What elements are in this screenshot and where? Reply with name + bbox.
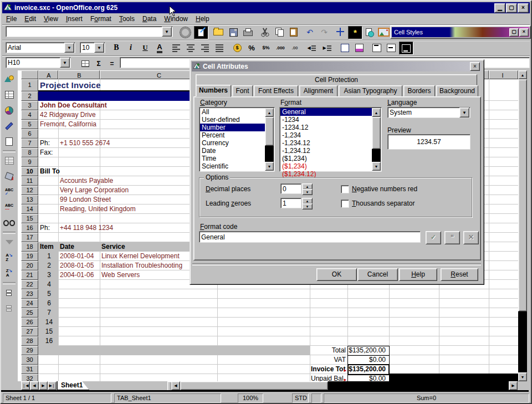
sort-ascending-icon[interactable]: A↘Z xyxy=(2,252,16,264)
cell-F31[interactable]: $135,200.00 xyxy=(349,365,386,374)
gallery-icon[interactable] xyxy=(377,26,390,38)
maximize-button[interactable]: ▢ xyxy=(506,3,517,13)
menu-edit[interactable]: Edit xyxy=(21,14,40,24)
cell-B12[interactable]: Very Large Corporation xyxy=(60,186,129,195)
category-scroll-up-icon[interactable]: ▲ xyxy=(265,108,274,117)
vertical-scroll-thumb[interactable] xyxy=(518,79,527,311)
menu-insert[interactable]: Insert xyxy=(62,14,86,24)
format-option-8[interactable]: ($1,234.12) xyxy=(280,170,372,178)
previous-sheet-icon[interactable]: ◀ xyxy=(30,381,39,390)
row-header-1[interactable]: 1 xyxy=(21,79,38,91)
vertical-scrollbar[interactable]: ▲ ▼ xyxy=(518,70,528,381)
cell-A24[interactable]: 6 xyxy=(40,299,58,308)
format-option-4[interactable]: -1,234.12 xyxy=(280,139,372,147)
format-option-1[interactable]: -1234 xyxy=(280,116,372,124)
menu-tools[interactable]: Tools xyxy=(115,14,139,24)
row-header-11[interactable]: 11 xyxy=(21,176,38,186)
cell-B21[interactable]: 2004-01-06 xyxy=(60,270,94,280)
category-option-user-defined[interactable]: User-defined xyxy=(200,116,265,124)
row-header-12[interactable]: 12 xyxy=(21,186,38,195)
decimal-down-icon[interactable]: ▼ xyxy=(302,189,313,195)
language-dropdown-button[interactable]: ▼ xyxy=(459,108,469,117)
format-option-5[interactable]: -1,234.12 xyxy=(280,147,372,155)
row-header-3[interactable]: 3 xyxy=(21,101,38,110)
row-header-16[interactable]: 16 xyxy=(21,223,38,233)
decimal-places-value[interactable]: 0 xyxy=(280,183,301,194)
category-scroll-down-icon[interactable]: ▼ xyxy=(265,162,274,171)
row-header-19[interactable]: 19 xyxy=(21,252,38,261)
row-header-5[interactable]: 5 xyxy=(21,120,38,129)
row-header-10[interactable]: 10 xyxy=(21,167,38,176)
row-header-4[interactable]: 4 xyxy=(21,110,38,120)
format-code-input[interactable]: General xyxy=(199,231,421,243)
sum-icon[interactable]: Σ xyxy=(92,58,105,70)
cell-A21[interactable]: 3 xyxy=(40,270,58,280)
row-header-27[interactable]: 27 xyxy=(21,327,38,336)
undo-icon[interactable]: ↶ xyxy=(303,26,316,38)
valign-bottom-icon[interactable] xyxy=(399,42,413,55)
cell-styles-maximize-button[interactable]: ▢ xyxy=(509,28,519,37)
scroll-up-icon[interactable]: ▲ xyxy=(518,70,527,79)
cell-B19[interactable]: 2008-01-04 xyxy=(60,252,94,261)
tab-numbers[interactable]: Numbers xyxy=(196,85,231,97)
navigator-icon[interactable] xyxy=(334,26,347,38)
row-header-21[interactable]: 21 xyxy=(21,270,38,280)
first-sheet-icon[interactable]: ❘◀ xyxy=(21,381,30,390)
row-header-8[interactable]: 8 xyxy=(21,148,38,157)
zoom-panel[interactable]: 100% xyxy=(238,393,263,403)
select-all-corner[interactable] xyxy=(21,70,38,79)
sheet-tab[interactable]: Sheet1 xyxy=(57,381,89,390)
tab-borders[interactable]: Borders xyxy=(403,85,435,96)
sort-descending-icon[interactable]: Z↘A xyxy=(2,267,16,279)
help-button[interactable]: Help xyxy=(399,268,437,281)
name-box[interactable]: H10 ▼ xyxy=(6,57,71,68)
language-combobox[interactable]: System ▼ xyxy=(387,107,470,118)
format-option-6[interactable]: ($1,234) xyxy=(280,155,372,162)
increase-indent-icon[interactable]: ▶ xyxy=(320,42,334,54)
equals-icon[interactable]: = xyxy=(105,58,119,70)
cell-C20[interactable]: Installation Troubleshooting xyxy=(101,261,182,270)
last-sheet-icon[interactable]: ▶❘ xyxy=(48,381,57,390)
tab-font[interactable]: Font xyxy=(232,85,253,96)
cell-A8[interactable]: Fax: xyxy=(40,148,53,157)
row-header-13[interactable]: 13 xyxy=(21,195,38,204)
menu-view[interactable]: View xyxy=(40,14,62,24)
vertical-scroll-track[interactable] xyxy=(518,311,527,372)
tab-background[interactable]: Background xyxy=(436,85,478,96)
borders-icon[interactable] xyxy=(338,42,351,54)
cell-A22[interactable]: 4 xyxy=(40,280,58,289)
row-header-14[interactable]: 14 xyxy=(21,204,38,214)
cell-F30[interactable]: $0.00 xyxy=(349,355,386,365)
reset-button[interactable]: Reset xyxy=(441,268,478,281)
category-option-scientific[interactable]: Scientific xyxy=(200,162,265,170)
format-option-2[interactable]: -1234.12 xyxy=(280,124,372,131)
cell-B13[interactable]: 99 London Street xyxy=(60,195,111,204)
insert-icon[interactable] xyxy=(2,73,16,85)
row-header-25[interactable]: 25 xyxy=(21,308,38,318)
dialog-titlebar[interactable]: Cell Attributes × xyxy=(192,62,481,71)
menu-format[interactable]: Format xyxy=(86,14,115,24)
sum-panel[interactable]: Sum=0 xyxy=(324,393,529,403)
cell-B18[interactable]: Date xyxy=(60,242,74,252)
paint-can-icon[interactable] xyxy=(2,170,16,182)
menu-data[interactable]: Data xyxy=(139,14,160,24)
find-icon[interactable] xyxy=(2,217,16,229)
ok-button[interactable]: OK xyxy=(316,268,357,281)
cell-A5[interactable]: Fremont, California xyxy=(40,120,96,129)
cell-attributes-dialog[interactable]: Cell Attributes × Cell Protection Number… xyxy=(190,59,484,285)
format-option-3[interactable]: -1,234 xyxy=(280,131,372,139)
percent-icon[interactable]: % xyxy=(245,42,258,54)
category-option-time[interactable]: Time xyxy=(200,155,265,162)
cell-A27[interactable]: 15 xyxy=(40,327,58,336)
currency-icon[interactable]: $ xyxy=(231,42,244,54)
bold-icon[interactable]: B xyxy=(110,42,123,54)
category-listbox[interactable]: AllUser-definedNumberPercentCurrencyDate… xyxy=(199,107,275,172)
tab-cell-protection[interactable]: Cell Protection xyxy=(196,74,477,85)
cut-icon[interactable] xyxy=(258,26,272,38)
highlighting-icon[interactable]: * xyxy=(348,26,362,39)
font-color-icon[interactable]: A xyxy=(153,42,166,54)
copy-icon[interactable] xyxy=(273,26,286,38)
cell-E31[interactable]: Invoice Tot► xyxy=(311,365,347,374)
category-scroll-thumb[interactable] xyxy=(265,117,274,146)
category-scroll-track[interactable] xyxy=(265,146,274,162)
